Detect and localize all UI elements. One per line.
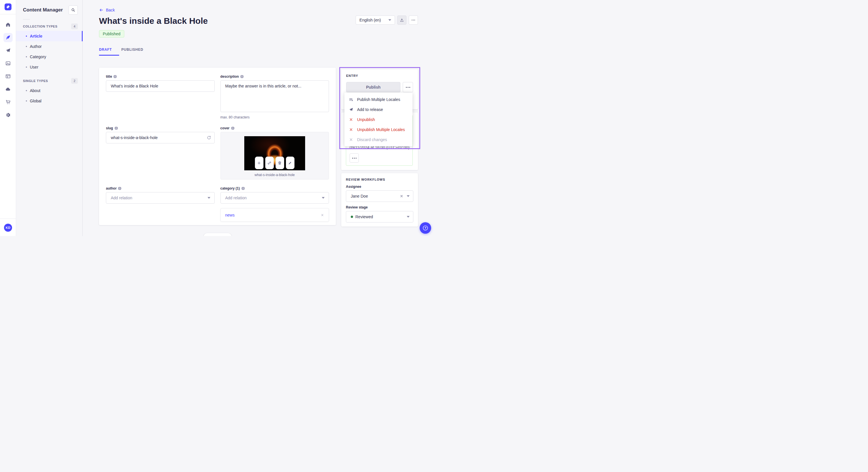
sidebar-item-label: Global bbox=[30, 99, 41, 103]
sidebar-divider bbox=[23, 19, 30, 20]
sidebar-item-label: User bbox=[30, 65, 38, 69]
review-stage-label: Review stage bbox=[346, 205, 413, 209]
trash-icon bbox=[278, 161, 282, 165]
sidebar-item-global[interactable]: Global bbox=[16, 96, 82, 106]
releases-icon[interactable] bbox=[3, 46, 12, 55]
user-avatar[interactable]: KD bbox=[4, 224, 12, 232]
review-panel-title: REVIEW WORKFLOWS bbox=[346, 178, 413, 181]
search-icon bbox=[71, 8, 75, 12]
description-hint: max. 80 characters bbox=[220, 115, 329, 119]
category-label: category (1) bbox=[220, 187, 240, 191]
publish-button[interactable]: Publish bbox=[346, 82, 400, 92]
search-button[interactable] bbox=[69, 5, 78, 14]
ellipsis-icon bbox=[411, 18, 415, 22]
author-relation-select[interactable]: Add relation bbox=[106, 192, 215, 204]
cover-image-black-hole bbox=[244, 136, 305, 170]
sidebar-item-about[interactable]: About bbox=[16, 86, 82, 96]
menu-item-label: Publish Multiple Locales bbox=[357, 97, 400, 102]
cover-label: cover bbox=[220, 126, 229, 130]
menu-item-unpublish[interactable]: Unpublish bbox=[344, 114, 412, 125]
regenerate-slug-icon[interactable] bbox=[207, 135, 211, 140]
review-workflows-panel: REVIEW WORKFLOWS Assignee Jane Doe Revie… bbox=[341, 173, 418, 227]
cover-field: cover bbox=[220, 126, 329, 179]
chevron-down-icon bbox=[407, 195, 410, 197]
cover-media-box: what-s-inside-a-black-hole bbox=[220, 132, 329, 179]
link-icon bbox=[267, 161, 272, 165]
status-badge: Published bbox=[99, 30, 124, 38]
deploy-cloud-icon[interactable] bbox=[3, 85, 12, 94]
sidebar-item-article[interactable]: Article bbox=[16, 31, 82, 41]
release-more-button[interactable] bbox=[350, 154, 359, 163]
chevron-down-icon bbox=[389, 19, 391, 21]
localized-globe-icon bbox=[231, 127, 235, 130]
menu-item-label: Discard changes bbox=[357, 137, 387, 142]
localized-globe-icon bbox=[241, 187, 245, 190]
content-manager-icon[interactable] bbox=[3, 33, 12, 42]
localized-globe-icon bbox=[240, 75, 244, 78]
stage-status-dot bbox=[351, 216, 353, 218]
sidebar-item-label: Author bbox=[30, 44, 42, 49]
tab-published[interactable]: PUBLISHED bbox=[121, 47, 144, 56]
main-content: Back What's inside a Black Hole English … bbox=[83, 0, 434, 236]
marketplace-cart-icon[interactable] bbox=[3, 98, 12, 107]
delete-media-button[interactable] bbox=[276, 157, 284, 169]
single-types-count-badge: 2 bbox=[71, 78, 78, 84]
menu-item-label: Unpublish bbox=[357, 117, 375, 122]
header-more-button[interactable] bbox=[409, 15, 418, 25]
svg-text:?: ? bbox=[425, 227, 426, 230]
author-placeholder: Add relation bbox=[111, 196, 132, 200]
export-button[interactable] bbox=[397, 15, 406, 25]
sidebar-item-author[interactable]: Author bbox=[16, 41, 82, 52]
description-label: description bbox=[220, 74, 239, 78]
media-library-icon[interactable] bbox=[3, 59, 12, 68]
locale-value: English (en) bbox=[360, 18, 381, 22]
description-textarea[interactable]: Maybe the answer is in this article, or … bbox=[220, 80, 329, 112]
category-relation-item: news bbox=[220, 208, 329, 222]
copy-link-button[interactable] bbox=[265, 157, 274, 169]
nav-rail: KD bbox=[0, 0, 16, 236]
category-field: category (1) Add relation news bbox=[220, 187, 329, 222]
localized-globe-icon bbox=[115, 127, 118, 130]
collection-types-count-badge: 4 bbox=[71, 24, 78, 29]
menu-item-unpublish-multiple-locales[interactable]: Unpublish Multiple Locales bbox=[344, 125, 412, 134]
help-button[interactable]: ? bbox=[420, 222, 431, 234]
bullet-icon bbox=[26, 90, 27, 91]
category-relation-select[interactable]: Add relation bbox=[220, 192, 329, 204]
title-label: title bbox=[106, 74, 112, 78]
plus-icon bbox=[257, 161, 261, 165]
home-icon[interactable] bbox=[3, 20, 12, 29]
back-link[interactable]: Back bbox=[99, 8, 115, 12]
clear-assignee-icon[interactable] bbox=[400, 194, 403, 198]
chevron-down-icon bbox=[407, 216, 410, 217]
strapi-logo[interactable] bbox=[5, 3, 11, 10]
paper-plane-icon bbox=[348, 107, 353, 112]
sidebar-item-user[interactable]: User bbox=[16, 62, 82, 72]
category-placeholder: Add relation bbox=[225, 196, 247, 200]
back-label: Back bbox=[106, 8, 115, 12]
sidebar-item-category[interactable]: Category bbox=[16, 52, 82, 62]
description-field: description Maybe the answer is in this … bbox=[220, 74, 329, 119]
add-media-button[interactable] bbox=[255, 157, 264, 169]
menu-item-publish-multiple-locales[interactable]: Publish Multiple Locales bbox=[344, 94, 412, 104]
cover-toolbar bbox=[255, 157, 294, 169]
cross-icon bbox=[348, 138, 353, 142]
entry-form-card: title description Maybe the answer is in… bbox=[99, 68, 336, 225]
sidebar-item-label: About bbox=[30, 88, 40, 93]
bullet-icon bbox=[26, 36, 27, 37]
relation-news-link[interactable]: news bbox=[225, 213, 235, 217]
entry-more-button[interactable] bbox=[403, 82, 413, 92]
assignee-select[interactable]: Jane Doe bbox=[346, 191, 413, 202]
review-stage-select[interactable]: Reviewed bbox=[346, 211, 413, 223]
cover-filename: what-s-inside-a-black-hole bbox=[255, 173, 295, 177]
menu-item-add-to-release[interactable]: Add to release bbox=[344, 104, 412, 114]
tab-draft[interactable]: DRAFT bbox=[99, 47, 112, 56]
edit-media-button[interactable] bbox=[286, 157, 294, 169]
locale-select[interactable]: English (en) bbox=[355, 15, 395, 25]
title-input[interactable] bbox=[106, 80, 215, 92]
entry-panel-title: ENTRY bbox=[346, 74, 413, 77]
content-type-builder-icon[interactable] bbox=[3, 72, 12, 81]
remove-relation-icon[interactable] bbox=[321, 213, 324, 217]
settings-gear-icon[interactable] bbox=[3, 110, 12, 120]
slug-input[interactable] bbox=[106, 132, 215, 143]
arrow-left-icon bbox=[99, 8, 104, 12]
